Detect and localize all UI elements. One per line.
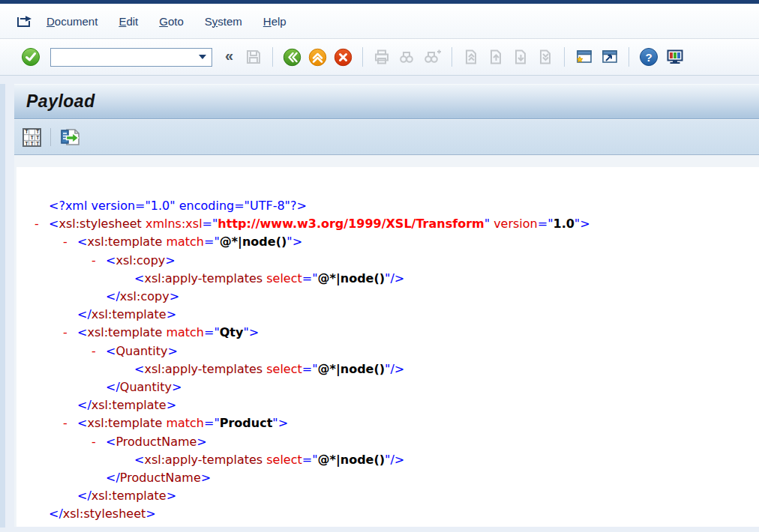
xml-token: " xyxy=(484,217,494,231)
xml-token: match xyxy=(166,325,204,339)
next-page-button xyxy=(512,48,530,66)
svg-text:?: ? xyxy=(646,51,652,64)
customize-layout-button[interactable] xyxy=(665,48,685,67)
help-button[interactable]: ? xyxy=(639,47,658,67)
xml-token: < xyxy=(77,235,87,249)
main-panel: Payload TT TT TTT xyxy=(14,84,759,528)
xml-token: xsl:copy xyxy=(120,289,170,303)
toolbar-separator xyxy=(362,47,363,67)
xml-token: "/> xyxy=(385,362,404,376)
xml-token: xsl:stylesheet xyxy=(63,507,146,521)
collapse-toolbar-icon[interactable]: « xyxy=(225,47,233,64)
menu-help[interactable]: Help xyxy=(263,15,286,28)
xml-token: =" xyxy=(204,416,220,430)
xml-line: <xsl:apply-templates select="@*|node()"/… xyxy=(16,360,759,378)
chevron-down-icon[interactable] xyxy=(198,54,207,60)
xml-token: > xyxy=(201,471,211,485)
menu-system[interactable]: System xyxy=(205,15,242,28)
xml-token: > xyxy=(172,380,182,394)
toolbar-separator xyxy=(452,47,452,67)
xml-token: </ xyxy=(106,289,120,303)
xml-line: -<xsl:template match="Product"> xyxy=(16,414,759,432)
menu-document[interactable]: Document xyxy=(46,15,98,28)
collapse-marker[interactable]: - xyxy=(63,414,77,432)
export-button[interactable] xyxy=(59,127,81,148)
xml-line: </Quantity> xyxy=(16,378,759,396)
xml-token: > xyxy=(170,289,179,303)
xml-token: xsl:template xyxy=(87,235,162,249)
print-button xyxy=(373,48,391,66)
xml-token: xmlns:xsl xyxy=(146,217,202,231)
collapse-marker[interactable]: - xyxy=(92,433,106,451)
xml-token: </ xyxy=(106,471,120,485)
xml-token: "> xyxy=(272,416,288,430)
xml-token: "/> xyxy=(385,453,404,467)
collapse-marker[interactable]: - xyxy=(63,233,77,251)
xml-token: "/> xyxy=(385,271,404,285)
back-button[interactable] xyxy=(283,48,302,67)
collapse-marker[interactable]: - xyxy=(34,215,49,233)
command-input[interactable] xyxy=(54,49,198,65)
xml-token: > xyxy=(166,398,176,412)
toolbar-separator xyxy=(272,47,273,67)
xml-token: @*|node() xyxy=(220,235,287,249)
xml-line: -<xsl:template match="@*|node()"> xyxy=(16,233,759,251)
xml-token: "> xyxy=(243,325,259,339)
xml-token: =" xyxy=(202,217,218,231)
menu-items: DocumentEditGotoSystemHelp xyxy=(46,15,286,28)
xml-token: < xyxy=(49,217,58,231)
xml-token: xsl:template xyxy=(92,489,166,503)
xml-token: =" xyxy=(204,235,220,249)
find-button xyxy=(398,48,416,66)
xml-token: </ xyxy=(49,507,63,521)
save-button xyxy=(244,48,262,66)
xml-token: =" xyxy=(302,271,318,285)
exit-button[interactable] xyxy=(308,48,327,67)
xml-token: > xyxy=(166,307,176,321)
xml-line: <xsl:apply-templates select="@*|node()"/… xyxy=(16,270,759,288)
xml-line: -<ProductName> xyxy=(16,433,759,451)
xml-token: Quantity xyxy=(116,344,167,358)
find-next-button xyxy=(422,48,442,66)
enter-button[interactable] xyxy=(21,47,40,67)
xml-token: =" xyxy=(538,217,554,231)
svg-text:T: T xyxy=(31,134,34,139)
xml-token: Product xyxy=(220,416,273,430)
xml-token: select xyxy=(266,271,302,285)
content-area: <?xml version="1.0" encoding="UTF-8"?>-<… xyxy=(14,155,759,527)
xml-token: =" xyxy=(204,325,220,339)
xml-line: -<xsl:stylesheet xmlns:xsl="http://www.w… xyxy=(16,215,759,233)
xml-token: > xyxy=(168,344,178,358)
xml-token: > xyxy=(146,507,155,521)
cancel-button[interactable] xyxy=(334,48,352,67)
xml-line: </ProductName> xyxy=(16,469,759,487)
xml-token: xsl:template xyxy=(87,416,162,430)
xml-token: http://www.w3.org/1999/XSL/Transform xyxy=(218,217,484,231)
xml-token: xsl:apply-templates xyxy=(144,362,262,376)
menu-goto[interactable]: Goto xyxy=(159,15,184,28)
table-view-button[interactable]: TT TT TTT xyxy=(22,127,42,148)
collapse-marker[interactable]: - xyxy=(63,324,77,342)
xml-line: </xsl:template> xyxy=(16,396,759,414)
new-session-button[interactable] xyxy=(574,48,593,66)
exit-session-icon[interactable] xyxy=(15,13,34,29)
collapse-marker[interactable]: - xyxy=(92,252,106,270)
xml-token: match xyxy=(166,235,204,249)
create-shortcut-button[interactable] xyxy=(600,48,619,66)
collapse-marker[interactable]: - xyxy=(92,342,106,360)
xml-line: -<xsl:template match="Qty"> xyxy=(16,324,759,342)
svg-text:T: T xyxy=(26,140,28,145)
menu-edit[interactable]: Edit xyxy=(118,15,138,28)
xml-token: 1.0 xyxy=(554,217,574,231)
xml-token: =" xyxy=(302,453,318,467)
title-bar: Payload xyxy=(14,84,759,119)
xml-token: < xyxy=(106,435,116,449)
xml-token: xsl:stylesheet xyxy=(58,217,141,231)
xml-token: version xyxy=(494,217,538,231)
xml-token: xsl:template xyxy=(92,398,166,412)
application-toolbar: TT TT TTT xyxy=(14,119,759,155)
system-toolbar: « xyxy=(0,39,759,76)
xml-line: </xsl:stylesheet> xyxy=(16,505,759,523)
xml-token: < xyxy=(134,453,144,467)
command-field xyxy=(50,48,212,67)
